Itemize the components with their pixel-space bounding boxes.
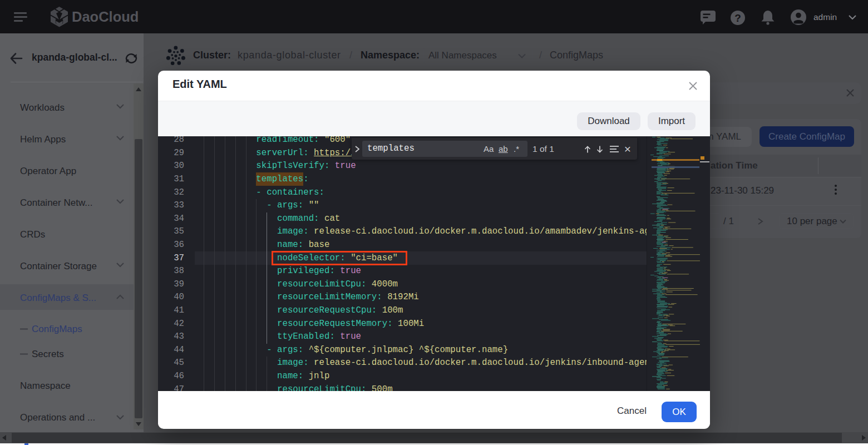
svg-text:?: ?	[734, 12, 741, 24]
